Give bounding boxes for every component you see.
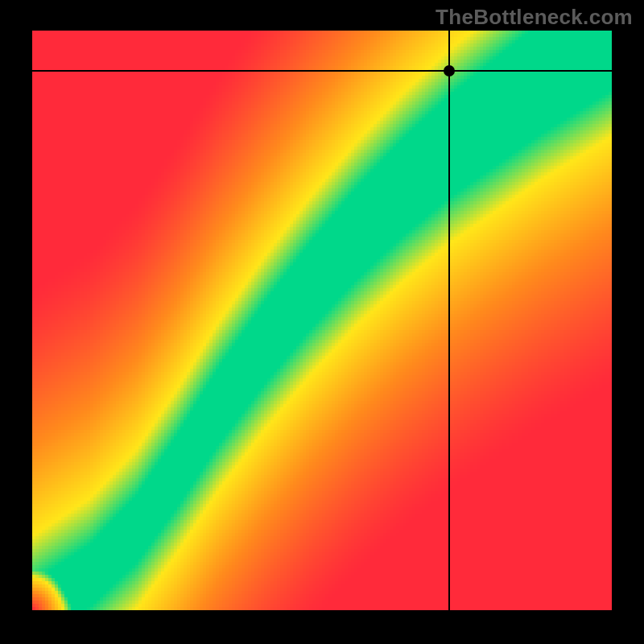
crosshair-vertical (448, 31, 450, 610)
watermark-text: TheBottleneck.com (436, 5, 633, 30)
selected-point-marker (444, 65, 455, 76)
chart-container: TheBottleneck.com (0, 0, 644, 644)
heatmap-canvas (32, 31, 612, 610)
crosshair-horizontal (32, 70, 612, 72)
plot-area (32, 31, 612, 610)
